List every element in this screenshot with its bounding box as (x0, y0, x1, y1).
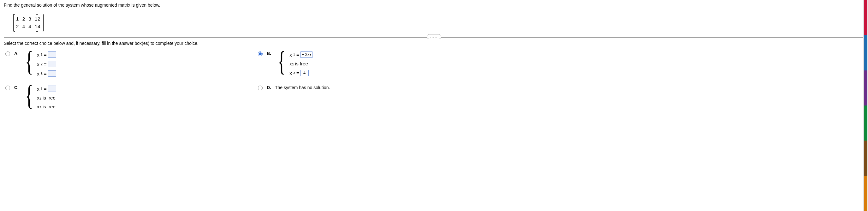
choice-b-eq1: x1 = − 2x₂ (289, 52, 312, 58)
choice-b[interactable]: B. { x1 = − 2x₂ x₂ is free x3 = 4 (256, 51, 496, 78)
left-brace-icon: { (277, 48, 285, 75)
choice-grid: A. { x1 = x2 = x3 = B. (4, 51, 496, 112)
augmented-matrix: 1 2 3 12 2 4 4 14 (13, 14, 43, 32)
scroll-marker (864, 35, 867, 70)
choice-a-eq2: x2 = (37, 61, 56, 67)
choice-a-eq1: x1 = (37, 52, 56, 58)
choice-c[interactable]: C. { x1 = x₂ is free x₃ is free (4, 85, 244, 112)
choice-a-eq3: x3 = (37, 70, 56, 77)
choice-a-input-1[interactable] (48, 52, 56, 58)
choice-b-input-1[interactable]: − 2x₂ (301, 52, 312, 58)
choice-d-label: D. (267, 85, 272, 90)
left-brace-icon: { (25, 48, 33, 75)
left-brace-icon: { (25, 83, 33, 109)
choice-a-input-3[interactable] (48, 70, 56, 77)
instructions-text: Select the correct choice below and, if … (4, 41, 864, 46)
choice-b-input-2[interactable]: 4 (301, 70, 309, 76)
choice-b-eq3: x3 = 4 (289, 70, 312, 76)
question-prompt: Find the general solution of the system … (4, 2, 864, 7)
scroll-marker (864, 0, 867, 35)
choice-c-label: C. (14, 85, 20, 90)
matrix-row-2: 2 4 4 14 (16, 23, 41, 30)
radio-d[interactable] (258, 86, 262, 90)
choice-a[interactable]: A. { x1 = x2 = x3 = (4, 51, 244, 78)
choice-c-input-1[interactable] (48, 86, 56, 92)
choice-b-eq2: x₂ is free (289, 61, 312, 67)
choice-a-input-2[interactable] (48, 61, 56, 67)
radio-b[interactable] (258, 52, 262, 56)
choice-b-label: B. (267, 51, 272, 56)
radio-a[interactable] (5, 52, 10, 56)
choice-c-eq3: x₃ is free (37, 104, 56, 110)
matrix-row-1: 1 2 3 12 (16, 15, 41, 23)
choice-c-eq1: x1 = (37, 86, 56, 92)
choice-a-label: A. (14, 51, 20, 56)
right-scrollbar[interactable] (863, 0, 868, 114)
scroll-marker (864, 106, 867, 114)
choice-c-eq2: x₂ is free (37, 95, 56, 101)
scroll-marker (864, 70, 867, 106)
choice-d-text: The system has no solution. (275, 85, 330, 90)
choice-d[interactable]: D. The system has no solution. (256, 85, 496, 112)
radio-c[interactable] (5, 86, 10, 90)
divider-toggle[interactable]: ..... (427, 34, 441, 39)
